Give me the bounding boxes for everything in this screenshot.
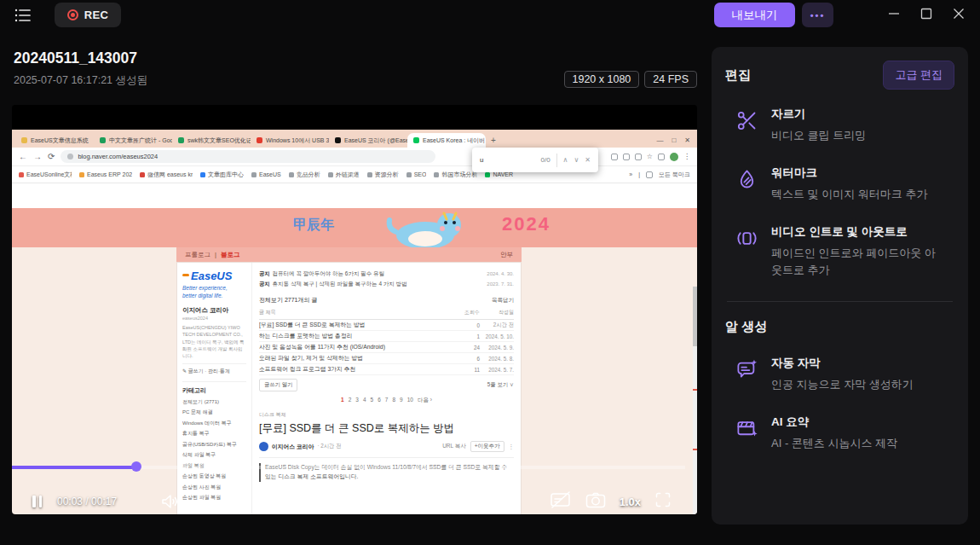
url-copy-label: URL 복사 (442, 443, 466, 450)
browser-tab: swk韩文文章SEO优化记录✕ (172, 133, 251, 148)
browser-tab: 中文文章推广统计 - Google 表格✕ (94, 133, 172, 148)
tab-favicon (21, 137, 27, 143)
close-icon[interactable] (953, 8, 965, 20)
url-text: blog.naver.com/easeus2024 (78, 153, 158, 160)
panel-item-intro-outro[interactable]: 비디오 인트로 및 아웃트로 페이드인 인트로와 페이드아웃 아웃트로 추가 (725, 224, 954, 279)
blog-owner-name: 이지어스 코리아 (182, 306, 246, 315)
post-row: 오래된 파일 찾기, 제거 및 삭제하는 방법62024. 5. 8. (259, 353, 514, 364)
find-query: u (480, 156, 483, 164)
browser-tab: Windows 10에서 USB 3.0 외장✕ (251, 133, 329, 148)
post-more-icon: ⋮ (509, 444, 515, 450)
rec-icon (67, 9, 78, 20)
advanced-edit-button[interactable]: 고급 편집 (883, 61, 954, 90)
notice-row: 공지휴지통 삭제 복구 | 삭제된 파일을 복구하는 4 가지 방법2023. … (259, 279, 514, 289)
post-detail: 디스크 복제 [무료] SSD를 더 큰 SSD로 복제하는 방법 이지어스 코… (259, 411, 514, 482)
find-close-icon: ✕ (585, 156, 591, 164)
ai-section-title: 알 생성 (725, 319, 954, 335)
blog-description: EaseUS(CHENGDU) YIWO TECH DEVELOPMENT CO… (182, 324, 246, 359)
reload-icon: ⟳ (48, 152, 55, 161)
find-prev-icon: ∧ (563, 156, 568, 164)
progress-played (12, 466, 136, 469)
edit-panel: 편집 고급 편집 자르기 비디오 클립 트리밍 워터마크 텍스트 및 이미지 워… (712, 47, 968, 525)
blog-card: EaseUS Better experience,better digital … (176, 262, 522, 514)
address-bar-icons: ☆ ⋮ (611, 153, 690, 161)
scissors-icon (735, 109, 758, 144)
forward-icon: → (33, 152, 42, 161)
volume-icon[interactable] (161, 494, 180, 509)
screenshot-camera-icon[interactable] (585, 492, 606, 512)
fullscreen-icon[interactable] (654, 491, 672, 512)
notice-row: 공지컴퓨터에 꼭 깔아두어야 하는 6가지 필수 유틸2024. 4. 30. (259, 269, 514, 279)
maximize-icon[interactable] (920, 8, 932, 20)
post-row: 하는 디스크를 포맷하는 방법 총정리12024. 5. 10. (259, 331, 514, 342)
find-next-icon: ∨ (574, 156, 579, 164)
banner-year-cn: 甲辰年 (293, 217, 334, 235)
add-neighbor-button: +이웃추가 (470, 441, 504, 452)
post-list-title: 전체보기 2771개의 글 (259, 296, 317, 304)
site-info-icon (67, 154, 73, 159)
playback-speed[interactable]: 1.0x (620, 496, 641, 508)
back-icon: ← (19, 152, 27, 161)
panel-item-auto-caption[interactable]: 자동 자막 인공 지능으로 자막 생성하기 (725, 356, 954, 393)
time-display: 00:03 / 00:17 (57, 496, 117, 507)
watermark-icon (735, 168, 758, 203)
post-title: [무료] SSD를 더 큰 SSD로 복제하는 방법 (259, 421, 514, 436)
tab-favicon (335, 137, 341, 143)
blog-owner-links: ✎ 글쓰기 · 관리·통계 (182, 363, 246, 375)
video-player[interactable]: EaseUS文章信息系统✕ 中文文章推广统计 - Google 表格✕ swk韩… (12, 105, 697, 514)
tab-favicon (413, 137, 419, 143)
panel-item-trim[interactable]: 자르기 비디오 클립 트리밍 (725, 107, 954, 144)
recording-title: 20240511_143007 (14, 49, 137, 67)
fps-badge: 24 FPS (644, 71, 697, 88)
pagination-next: 다음 › (418, 397, 432, 404)
resolution-badge: 1920 x 1080 (564, 71, 640, 88)
post-category: 디스크 복제 (259, 411, 514, 419)
list-close-label: 목록닫기 (492, 297, 514, 304)
post-row: 소프트웨어 링크 프로그램 3가지 추천112024. 5. 7. (259, 364, 514, 375)
post-table-header: 글 제목 조회수 작성일 (259, 306, 514, 320)
author-name: 이지어스 코리아 (272, 443, 314, 451)
page-scrollbar (693, 287, 697, 514)
more-options-button[interactable]: ••• (802, 3, 833, 27)
browser-tab: EaseUS 코리아 (@EaseUS) / X✕ (329, 133, 407, 148)
new-tab-icon: + (491, 136, 496, 145)
rows-per-page-select: 5줄 보기 ∨ (487, 381, 514, 389)
author-avatar (259, 442, 268, 451)
banner-year: 2024 (502, 213, 551, 235)
panel-item-watermark[interactable]: 워터마크 텍스트 및 이미지 워터마크 추가 (725, 165, 954, 203)
panel-title: 편집 (725, 67, 751, 84)
panel-item-ai-summary[interactable]: AI 요약 AI - 콘텐츠 시놉시스 제작 (725, 415, 954, 452)
ai-summary-icon (735, 417, 758, 452)
minimize-icon[interactable] (888, 8, 900, 20)
player-controls: 00:03 / 00:17 1.0x (12, 489, 685, 514)
playlist-menu-icon[interactable] (14, 7, 32, 24)
blog-owner-id: easeus2024 (182, 316, 246, 321)
browser-tabstrip: EaseUS文章信息系统✕ 中文文章推广统计 - Google 表格✕ swk韩… (12, 130, 697, 148)
easeus-logo: EaseUS (182, 270, 246, 282)
recorded-browser-frame: EaseUS文章信息系统✕ 中文文章推广统计 - Google 表格✕ swk韩… (12, 130, 697, 490)
browser-tab: EaseUS文章信息系统✕ (15, 133, 94, 148)
hide-banner-icon[interactable] (550, 491, 572, 512)
export-button[interactable]: 내보내기 (714, 3, 795, 27)
category-title: 카테고리 (182, 381, 246, 395)
tab-favicon (100, 137, 106, 143)
dragon-illustration (374, 210, 485, 247)
rec-label: REC (84, 9, 108, 21)
post-row: 사진 및 음성녹음 어플 11가지 추천 (iOS/Android)242024… (259, 342, 514, 353)
post-row: [무료] SSD를 더 큰 SSD로 복제하는 방법02시간 전 (259, 320, 514, 331)
tab-favicon (257, 137, 262, 143)
blog-sidebar: EaseUS Better experience,better digital … (177, 263, 252, 514)
pause-button[interactable] (32, 496, 42, 507)
rec-button[interactable]: REC (55, 3, 121, 27)
browser-tab-active: EaseUS Korea : 네이버 블로그✕ (407, 133, 486, 148)
blog-banner: 甲辰年 2024 (12, 208, 697, 247)
blog-main: 공지컴퓨터에 꼭 깔아두어야 하는 6가지 필수 유틸2024. 4. 30. … (252, 263, 521, 514)
pagination: 1 23 45 67 89 10 다음 › (259, 397, 514, 404)
panel-divider (727, 301, 953, 302)
blog-nav-bar: 프롤로그 | 블로그 안부 (176, 247, 522, 262)
tab-favicon (178, 137, 184, 143)
auto-caption-icon (735, 358, 758, 393)
find-in-page-box: u 0/0 ∧ ∨ ✕ (472, 148, 598, 172)
created-timestamp: 2025-07-07 16:17:21 생성됨 (14, 73, 147, 88)
progress-knob[interactable] (131, 461, 141, 472)
